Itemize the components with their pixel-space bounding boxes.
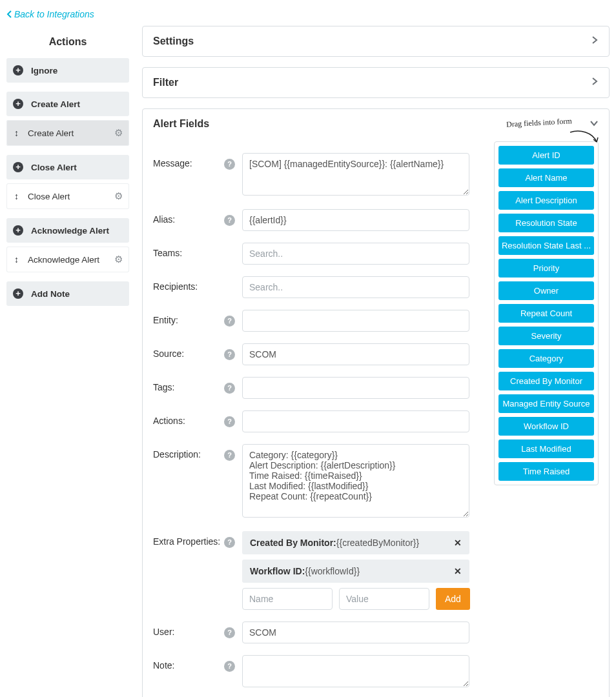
remove-icon[interactable]: ✕	[454, 566, 462, 576]
action-group-create-alert[interactable]: Create Alert	[6, 92, 129, 116]
action-group-ack-alert[interactable]: Acknowledge Alert	[6, 218, 129, 243]
sidebar-title: Actions	[6, 26, 129, 58]
help-icon[interactable]: ?	[224, 661, 235, 672]
settings-panel-toggle[interactable]: Settings	[143, 26, 609, 56]
field-pill-alert-name[interactable]: Alert Name	[498, 168, 594, 187]
user-input[interactable]	[242, 621, 469, 643]
plus-icon	[13, 162, 23, 172]
field-pill-priority[interactable]: Priority	[498, 259, 594, 278]
action-item-label: Acknowledge Alert	[28, 255, 99, 265]
action-group-ignore[interactable]: Ignore	[6, 58, 129, 83]
help-icon[interactable]: ?	[224, 349, 235, 360]
help-icon[interactable]: ?	[224, 416, 235, 427]
plus-icon	[13, 288, 23, 299]
tags-input[interactable]	[242, 377, 469, 399]
main-content: Settings Filter Alert Fields	[142, 26, 610, 697]
chevron-right-icon	[591, 77, 599, 88]
field-pill-category[interactable]: Category	[498, 349, 594, 368]
panel-title: Settings	[153, 35, 194, 47]
help-icon[interactable]: ?	[224, 215, 235, 226]
actions-label: Actions:	[153, 410, 224, 426]
action-item-close-alert[interactable]: Close Alert	[6, 183, 129, 209]
message-input[interactable]	[242, 153, 469, 196]
alias-label: Alias:	[153, 209, 224, 225]
actions-sidebar: Actions Ignore Create Alert Create Alert…	[6, 26, 129, 315]
field-pill-alert-id[interactable]: Alert ID	[498, 146, 594, 165]
user-label: User:	[153, 621, 224, 637]
field-pill-workflow-id[interactable]: Workflow ID	[498, 417, 594, 436]
reorder-icon[interactable]	[14, 191, 19, 201]
action-group-label: Add Note	[31, 289, 70, 299]
help-icon[interactable]: ?	[224, 159, 235, 170]
extra-prop-name-input[interactable]	[242, 588, 333, 610]
note-input[interactable]	[242, 655, 469, 687]
filter-panel-toggle[interactable]: Filter	[143, 68, 609, 97]
alias-input[interactable]	[242, 209, 469, 231]
plus-icon	[13, 99, 23, 109]
extra-prop-key: Created By Monitor:	[250, 538, 336, 548]
alert-fields-form: Message: ? Alias: ? Teams:	[153, 141, 485, 689]
action-group-add-note[interactable]: Add Note	[6, 281, 129, 306]
field-pill-severity[interactable]: Severity	[498, 327, 594, 345]
back-link-text: Back to Integrations	[14, 9, 94, 19]
extra-prop-value: {{createdByMonitor}}	[336, 538, 419, 548]
field-pill-managed-entity-source[interactable]: Managed Entity Source	[498, 394, 594, 413]
plus-icon	[13, 225, 23, 236]
action-group-label: Ignore	[31, 66, 57, 76]
teams-label: Teams:	[153, 243, 224, 258]
source-label: Source:	[153, 343, 224, 359]
recipients-label: Recipients:	[153, 276, 224, 292]
extra-prop-row: Workflow ID: {{workflowId}} ✕	[242, 560, 469, 583]
add-extra-prop-button[interactable]: Add	[436, 588, 470, 610]
note-label: Note:	[153, 655, 224, 671]
help-icon[interactable]: ?	[224, 316, 235, 327]
gear-icon[interactable]	[114, 254, 123, 265]
actions-input[interactable]	[242, 410, 469, 432]
field-pill-repeat-count[interactable]: Repeat Count	[498, 304, 594, 323]
settings-panel: Settings	[142, 26, 610, 57]
entity-label: Entity:	[153, 310, 224, 325]
field-pill-resolution-state[interactable]: Resolution State	[498, 214, 594, 232]
filter-panel: Filter	[142, 67, 610, 98]
help-icon[interactable]: ?	[224, 627, 235, 638]
extra-props-label: Extra Properties:	[153, 531, 224, 547]
message-label: Message:	[153, 153, 224, 168]
help-icon[interactable]: ?	[224, 450, 235, 461]
alert-fields-panel: Alert Fields Message: ? Alias:	[142, 108, 610, 697]
teams-input[interactable]	[242, 243, 469, 265]
gear-icon[interactable]	[114, 190, 123, 202]
arrow-icon	[567, 129, 599, 147]
reorder-icon[interactable]	[14, 128, 19, 138]
extra-prop-value-input[interactable]	[339, 588, 429, 610]
chevron-right-icon	[591, 35, 599, 47]
action-group-close-alert[interactable]: Close Alert	[6, 155, 129, 179]
help-icon[interactable]: ?	[224, 537, 235, 548]
action-group-label: Create Alert	[31, 99, 80, 109]
action-item-create-alert[interactable]: Create Alert	[6, 120, 129, 146]
field-pill-alert-description[interactable]: Alert Description	[498, 191, 594, 210]
field-pill-owner[interactable]: Owner	[498, 281, 594, 300]
source-input[interactable]	[242, 343, 469, 365]
action-group-label: Close Alert	[31, 163, 77, 172]
field-pill-last-modified[interactable]: Last Modified	[498, 439, 594, 458]
extra-prop-key: Workflow ID:	[250, 566, 305, 576]
action-item-ack-alert[interactable]: Acknowledge Alert	[6, 247, 129, 272]
help-icon[interactable]: ?	[224, 383, 235, 394]
field-pill-created-by-monitor[interactable]: Created By Monitor	[498, 372, 594, 390]
plus-icon	[13, 65, 23, 76]
back-to-integrations-link[interactable]: Back to Integrations	[6, 9, 94, 19]
remove-icon[interactable]: ✕	[454, 538, 462, 548]
reorder-icon[interactable]	[14, 254, 19, 265]
panel-title: Alert Fields	[153, 118, 209, 130]
field-pill-time-raised[interactable]: Time Raised	[498, 462, 594, 481]
description-input[interactable]	[242, 444, 469, 518]
recipients-input[interactable]	[242, 276, 469, 298]
description-label: Description:	[153, 444, 224, 460]
field-palette: Drag fields into form Alert ID Alert Nam…	[494, 141, 599, 485]
field-pill-resolution-state-last[interactable]: Resolution State Last ...	[498, 236, 594, 255]
extra-prop-value: {{workflowId}}	[305, 566, 360, 576]
chevron-down-icon	[590, 118, 599, 130]
gear-icon[interactable]	[114, 127, 123, 139]
tags-label: Tags:	[153, 377, 224, 392]
entity-input[interactable]	[242, 310, 469, 332]
